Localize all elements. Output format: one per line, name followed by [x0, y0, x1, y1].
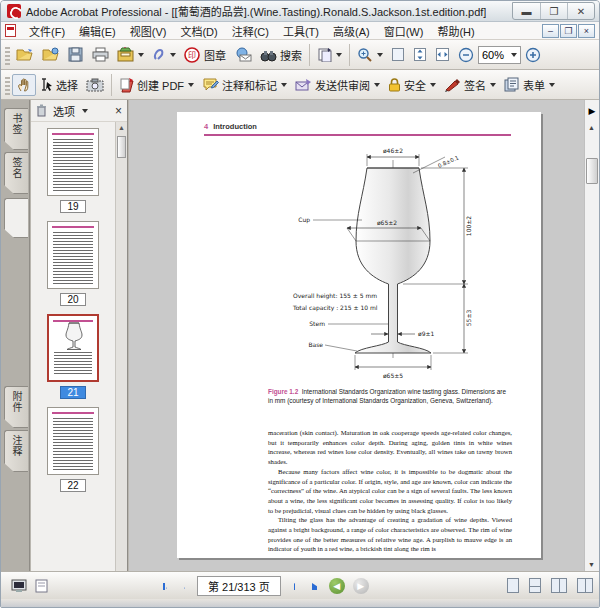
- toolbar-grip[interactable]: [5, 45, 10, 65]
- panel-options-button[interactable]: 选项: [53, 103, 75, 119]
- mdi-close-button[interactable]: ×: [578, 24, 595, 38]
- open-folder-icon: [16, 47, 34, 62]
- thumbnail-page-number[interactable]: 19: [60, 200, 85, 213]
- paperclip-icon: [152, 47, 166, 62]
- menu-bar: 文件(F) 编辑(E) 视图(V) 文档(D) 注释(C) 工具(T) 高级(A…: [1, 22, 599, 40]
- scroll-up-arrow-icon[interactable]: ▲: [118, 124, 125, 131]
- expand-right-panel-button[interactable]: ▶: [586, 102, 598, 120]
- scroll-down-arrow-icon[interactable]: ▼: [588, 561, 595, 568]
- menu-file[interactable]: 文件(F): [22, 22, 72, 40]
- organizer-button[interactable]: [113, 44, 148, 65]
- last-page-button[interactable]: [307, 580, 321, 592]
- document-scrollbar[interactable]: ▶ ▲ ▼: [584, 100, 599, 571]
- fullscreen-button[interactable]: [7, 577, 31, 595]
- zoom-in-button[interactable]: [521, 44, 545, 66]
- binoculars-icon: [260, 48, 277, 62]
- bowl-width-label: ø65±2: [377, 219, 397, 226]
- send-review-icon: [295, 78, 312, 92]
- close-button[interactable]: ✕: [567, 3, 594, 19]
- menu-edit[interactable]: 编辑(E): [72, 22, 123, 40]
- previous-view-button[interactable]: ◀: [329, 578, 345, 594]
- zoom-out-button[interactable]: [454, 44, 478, 66]
- panel-scrollbar-thumb[interactable]: [117, 136, 126, 158]
- search-button[interactable]: 搜索: [256, 44, 306, 66]
- rim-thickness-label: 0.8±0.1: [437, 154, 460, 168]
- previous-page-button[interactable]: [179, 580, 189, 592]
- thumbnail-list: 19 20 2: [31, 122, 115, 571]
- restore-button[interactable]: ❐: [540, 3, 567, 19]
- mdi-window-controls: – ❐ ×: [542, 24, 595, 38]
- minimize-button[interactable]: ▬: [513, 3, 540, 19]
- pages-panel-header: 选项 ×: [31, 100, 127, 122]
- sign-button[interactable]: 签名: [440, 74, 500, 96]
- page-indicator[interactable]: 第 21/313 页: [197, 576, 281, 596]
- zoom-tool-button[interactable]: [353, 44, 387, 65]
- continuous-layout-button[interactable]: [529, 578, 541, 593]
- comments-tab-label: 注释: [9, 431, 24, 457]
- open-button[interactable]: [12, 44, 38, 65]
- send-review-button[interactable]: 发送供审阅: [291, 74, 384, 96]
- menu-tools[interactable]: 工具(T): [276, 22, 326, 40]
- thumbnail-image[interactable]: [47, 128, 99, 196]
- stamp-button[interactable]: 印 图章: [180, 44, 230, 66]
- sidebar-tab-comments[interactable]: 注释: [4, 430, 28, 472]
- acrobat-app-icon: [7, 4, 21, 18]
- page-size-button[interactable]: [31, 577, 52, 595]
- mdi-minimize-button[interactable]: –: [542, 24, 559, 38]
- thumbnail-page-19: 19: [45, 128, 101, 214]
- snapshot-button[interactable]: [82, 74, 108, 95]
- facing-layout-button[interactable]: [577, 578, 593, 593]
- sidebar-tab-bookmarks[interactable]: 书签: [4, 108, 28, 150]
- menu-comments[interactable]: 注释(C): [225, 22, 276, 40]
- fit-height-icon: [413, 47, 427, 62]
- panel-close-button[interactable]: ×: [115, 105, 122, 117]
- menu-window[interactable]: 窗口(W): [377, 22, 431, 40]
- fit-page-button[interactable]: [387, 44, 409, 65]
- create-pdf-dropdown-arrow: [188, 83, 194, 87]
- continuous-facing-layout-button[interactable]: [551, 578, 567, 593]
- sidebar-tab-attachments[interactable]: 附件: [4, 386, 28, 428]
- email-button[interactable]: [230, 44, 256, 65]
- comment-markup-button[interactable]: 注释和标记: [198, 74, 291, 96]
- thumbnail-image[interactable]: [47, 314, 99, 382]
- thumbnail-page-number[interactable]: 21: [60, 386, 85, 399]
- open-organizer-button[interactable]: [38, 44, 64, 65]
- save-button[interactable]: [64, 44, 88, 65]
- forms-button[interactable]: 表单: [500, 74, 559, 96]
- attach-button[interactable]: [148, 44, 180, 65]
- hand-tool-button[interactable]: [12, 74, 36, 96]
- next-view-button[interactable]: ▶: [353, 578, 369, 594]
- sidebar-tab-pages[interactable]: [4, 198, 28, 238]
- select-tool-button[interactable]: 选择: [36, 74, 82, 96]
- mdi-restore-button[interactable]: ❐: [560, 24, 577, 38]
- next-page-button[interactable]: [289, 580, 299, 592]
- menu-document[interactable]: 文档(D): [173, 22, 224, 40]
- panel-scrollbar[interactable]: ▲: [115, 122, 127, 571]
- fit-width-button[interactable]: [431, 44, 454, 65]
- rim-width-label: ø46±2: [383, 147, 403, 154]
- create-pdf-button[interactable]: 创建 PDF: [115, 74, 198, 96]
- fit-width-icon: [435, 47, 450, 62]
- menu-view[interactable]: 视图(V): [123, 22, 174, 40]
- menu-advanced[interactable]: 高级(A): [326, 22, 377, 40]
- thumbnail-page-number[interactable]: 20: [60, 293, 85, 306]
- toolbar-grip[interactable]: [5, 75, 10, 95]
- pages-panel: 选项 × 19 20: [31, 100, 128, 571]
- single-page-layout-button[interactable]: [507, 578, 519, 593]
- sidebar-tab-signatures[interactable]: 签名: [4, 152, 28, 194]
- thumbnail-page-20: 20: [45, 221, 101, 307]
- zoom-level-combobox[interactable]: 60%: [478, 46, 521, 64]
- thumbnail-image[interactable]: [47, 407, 99, 475]
- first-page-button[interactable]: [157, 580, 171, 592]
- trash-icon[interactable]: [36, 104, 47, 117]
- menu-help[interactable]: 帮助(H): [430, 22, 481, 40]
- print-button[interactable]: [88, 44, 113, 65]
- security-button[interactable]: 安全: [384, 74, 440, 96]
- scroll-up-arrow-icon[interactable]: ▲: [588, 124, 595, 131]
- thumbnail-page-number[interactable]: 22: [60, 479, 85, 492]
- page-display-icon: [317, 47, 332, 62]
- thumbnail-image[interactable]: [47, 221, 99, 289]
- page-display-button[interactable]: [313, 44, 346, 65]
- document-scrollbar-thumb[interactable]: [586, 158, 598, 184]
- fit-height-button[interactable]: [409, 44, 431, 65]
